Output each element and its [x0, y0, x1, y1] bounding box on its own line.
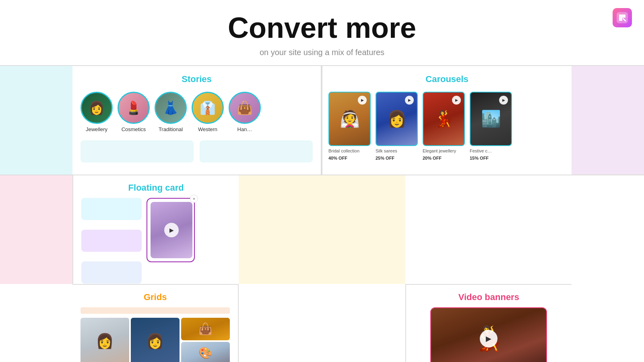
carousel-discount-silk: 25% OFF — [376, 156, 418, 160]
story-item-western[interactable]: 👔 Western — [192, 92, 224, 132]
side-col-right-top — [572, 66, 644, 175]
stories-row: 👩 Jewellery 💄 Cosmetics 👗 Traditional — [80, 92, 313, 132]
grids-panel: Grids 👩 👜 👩 🎨 — [72, 284, 239, 362]
carousel-desc-jewellery: Elegant jewellery — [423, 148, 465, 154]
story-person-jewellery: 👩 — [82, 93, 111, 123]
fc-rect-top — [81, 198, 142, 220]
carousels-title: Carousels — [328, 74, 566, 84]
floating-card-image: ▶ — [151, 202, 192, 258]
grid-img-lady2: 👩 — [131, 318, 180, 362]
story-person-western: 👔 — [193, 93, 223, 123]
video-play-button[interactable]: ▶ — [480, 330, 497, 348]
page-subtitle: on your site using a mix of features — [0, 48, 644, 57]
grid-bg-rect — [80, 307, 230, 314]
page-title: Convert more — [0, 12, 644, 44]
carousel-row: 👰 ▶ Bridal collection 40% OFF 👩 ▶ Silk s… — [328, 92, 566, 160]
logo-icon — [617, 12, 628, 23]
floating-card-content: × ▶ — [81, 198, 231, 284]
floating-card-popup: × ▶ — [147, 198, 195, 262]
story-item-handbags[interactable]: 👜 Han… — [229, 92, 261, 132]
story-label-handbags: Han… — [237, 126, 252, 132]
app-logo[interactable] — [613, 8, 632, 27]
carousel-desc-festive: Festive c… — [470, 148, 512, 154]
grid-img-lady: 👩 — [80, 318, 129, 362]
story-person-handbags: 👜 — [230, 93, 260, 123]
carousel-img-bridal: 👰 ▶ — [328, 92, 371, 146]
side-col-left-top — [0, 66, 72, 175]
carousel-img-festive: 🏙️ ▶ — [470, 92, 512, 146]
carousel-img-jewellery: 💃 ▶ — [423, 92, 465, 146]
story-label-western: Western — [198, 126, 217, 132]
story-label-traditional: Traditional — [159, 126, 183, 132]
story-item-cosmetics[interactable]: 💄 Cosmetics — [118, 92, 150, 132]
fc-rect-mid — [81, 261, 142, 284]
top-row: Stories 👩 Jewellery 💄 Cosmetics 👗 — [0, 66, 644, 175]
story-person-cosmetics: 💄 — [119, 93, 149, 123]
floating-card-close-button[interactable]: × — [190, 195, 198, 203]
story-circle-jewellery: 👩 — [80, 92, 113, 124]
carousel-item-silk[interactable]: 👩 ▶ Silk sarees 25% OFF — [376, 92, 418, 160]
stories-rect-1 — [80, 140, 194, 162]
story-person-traditional: 👗 — [156, 93, 186, 123]
stories-rect-2 — [200, 140, 313, 162]
grid-img-bag: 👜 — [181, 318, 230, 340]
carousel-discount-festive: 15% OFF — [470, 156, 512, 160]
floating-card-panel: Floating card × ▶ — [72, 175, 239, 284]
carousel-discount-bridal: 40% OFF — [328, 156, 371, 160]
floating-title: Floating card — [81, 183, 231, 193]
video-banners-panel: Video banners 💃 ▶ — [405, 284, 572, 362]
side-col-right-bottom — [239, 175, 405, 284]
carousel-item-jewellery[interactable]: 💃 ▶ Elegant jewellery 20% OFF — [423, 92, 465, 160]
header: Convert more on your site using a mix of… — [0, 0, 644, 65]
stories-bottom-rects — [80, 140, 313, 162]
carousel-img-silk: 👩 ▶ — [376, 92, 418, 146]
fc-rect-bottom — [81, 230, 142, 252]
story-circle-handbags: 👜 — [229, 92, 261, 124]
grid-images: 👩 👜 👩 🎨 — [80, 318, 230, 362]
story-label-jewellery: Jewellery — [86, 126, 107, 132]
carousel-item-festive[interactable]: 🏙️ ▶ Festive c… 15% OFF — [470, 92, 512, 160]
carousel-desc-bridal: Bridal collection — [328, 148, 371, 154]
carousel-discount-jewellery: 20% OFF — [423, 156, 465, 160]
floating-card-rects — [81, 198, 142, 284]
floating-card-play-button[interactable]: ▶ — [164, 223, 179, 237]
carousels-panel: Carousels 👰 ▶ Bridal collection 40% OFF … — [322, 66, 572, 175]
story-circle-cosmetics: 💄 — [118, 92, 150, 124]
side-col-left-bottom — [0, 175, 72, 284]
story-item-jewellery[interactable]: 👩 Jewellery — [80, 92, 113, 132]
carousel-desc-silk: Silk sarees — [376, 148, 418, 154]
story-circle-western: 👔 — [192, 92, 224, 124]
stories-panel: Stories 👩 Jewellery 💄 Cosmetics 👗 — [72, 66, 322, 175]
bottom-row: Grids 👩 👜 👩 🎨 Video banners 💃 ▶ Floating… — [0, 175, 644, 362]
carousel-item-bridal[interactable]: 👰 ▶ Bridal collection 40% OFF — [328, 92, 371, 160]
video-thumbnail[interactable]: 💃 ▶ — [430, 307, 547, 362]
grids-title: Grids — [80, 292, 230, 302]
story-item-traditional[interactable]: 👗 Traditional — [155, 92, 187, 132]
video-title: Video banners — [414, 292, 564, 302]
grid-img-saree: 🎨 — [181, 342, 230, 362]
story-label-cosmetics: Cosmetics — [122, 126, 146, 132]
story-circle-traditional: 👗 — [155, 92, 187, 124]
stories-title: Stories — [80, 74, 313, 84]
